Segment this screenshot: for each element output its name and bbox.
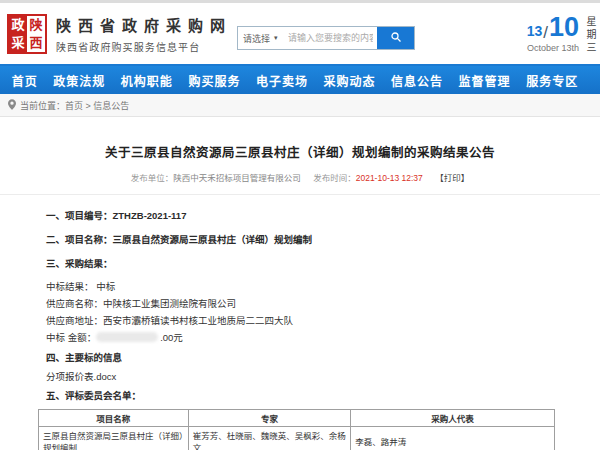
- nav-item-e-marketplace[interactable]: 电子卖场: [256, 72, 308, 89]
- nav-item-buy-services[interactable]: 购买服务: [188, 72, 240, 89]
- bid-result-line: 中标结果： 中标: [46, 281, 562, 293]
- bid-amount-line: 中标 金额：.00元: [46, 332, 562, 344]
- nav-item-announcements[interactable]: 信息公告: [391, 72, 443, 89]
- section-project-number: 一、项目编号：ZTHZB-2021-117: [46, 210, 562, 222]
- table-row: 三原县自然资源局三原县村庄（详细）规划编制 崔芳芳、杜晓丽、魏晓英、吴枫彩、余杨…: [39, 427, 555, 450]
- location-pin-icon: [8, 96, 16, 114]
- date-subtext: October 13th: [527, 43, 579, 53]
- col-header-purchaser-reps: 采购人代表: [351, 410, 555, 427]
- search-box: 请选择 ▾: [237, 26, 415, 50]
- breadcrumb: 当前位置：首页 > 信息公告: [0, 94, 600, 117]
- search-icon: [390, 31, 402, 46]
- article-body: 一、项目编号：ZTHZB-2021-117 二、项目名称：三原县自然资源局三原县…: [0, 210, 600, 450]
- main-nav: 首页 政策法规 机构职能 购买服务 电子卖场 采购动态 信息公告 监督管理 服务…: [0, 64, 600, 94]
- col-header-experts: 专家: [188, 410, 351, 427]
- nav-item-functions[interactable]: 机构职能: [121, 72, 173, 89]
- logo-char-cai: 采: [9, 34, 27, 52]
- date-slash: /: [543, 24, 548, 41]
- publisher-value: 陕西中天禾招标项目管理有限公司: [173, 173, 301, 183]
- col-header-project-name: 项目名称: [39, 410, 189, 427]
- date-day: 13: [527, 24, 543, 38]
- site-header: 政 陕 采 西 陕西省政府采购网 陕西省政府购买服务信息平台 请选择 ▾ 13 …: [0, 3, 600, 64]
- brand-title: 陕西省政府采购网: [56, 14, 232, 35]
- logo-char-xi: 西: [27, 34, 45, 52]
- amount-suffix: .00元: [160, 332, 183, 343]
- nav-item-home[interactable]: 首页: [12, 72, 38, 89]
- date-numbers: 13 / 10: [527, 14, 579, 41]
- publish-time-value: 2021-10-13 12:37: [356, 173, 423, 183]
- logo-char-zheng: 政: [9, 16, 27, 34]
- search-select-label: 请选择: [243, 32, 270, 45]
- site-logo-seal[interactable]: 政 陕 采 西: [7, 14, 47, 54]
- cell-project-name: 三原县自然资源局三原县村庄（详细）规划编制: [39, 427, 189, 450]
- attachment-link[interactable]: 分项报价表.docx: [46, 371, 562, 383]
- amount-redacted-blur: [96, 332, 158, 342]
- supplier-address-line: 供应商地址：西安市灞桥镇读书村核工业地质局二二四大队: [46, 315, 562, 327]
- article: 关于三原县自然资源局三原县村庄（详细）规划编制的采购结果公告 发布单位：陕西中天…: [0, 142, 600, 450]
- search-category-select[interactable]: 请选择 ▾: [238, 27, 284, 49]
- date-left: 13 / 10 October 13th: [527, 14, 579, 55]
- supplier-name-line: 供应商名称：中陕核工业集团测绘院有限公司: [46, 298, 562, 310]
- brand-subtitle: 陕西省政府购买服务信息平台: [56, 39, 232, 54]
- nav-item-supervision[interactable]: 监督管理: [459, 72, 511, 89]
- date-month: 10: [549, 14, 579, 41]
- section-project-name: 二、项目名称：三原县自然资源局三原县村庄（详细）规划编制: [46, 234, 562, 246]
- meta-divider: [0, 194, 600, 195]
- article-title: 关于三原县自然资源局三原县村庄（详细）规划编制的采购结果公告: [0, 142, 600, 161]
- breadcrumb-text[interactable]: 当前位置：首页 > 信息公告: [20, 99, 129, 112]
- section-subject-info: 四、主要标的信息: [46, 352, 562, 364]
- cell-purchaser-reps: 李磊、路井涛: [351, 427, 555, 450]
- brand-block: 陕西省政府采购网 陕西省政府购买服务信息平台: [56, 14, 232, 54]
- print-button[interactable]: 【打印】: [435, 173, 469, 183]
- date-month-name: October: [527, 43, 559, 53]
- date-weekday: 星期三: [585, 14, 595, 55]
- date-ordinal: 13th: [561, 43, 579, 53]
- date-widget: 13 / 10 October 13th 星期三: [527, 14, 595, 55]
- nav-item-procurement-news[interactable]: 采购动态: [324, 72, 376, 89]
- committee-table: 项目名称 专家 采购人代表 三原县自然资源局三原县村庄（详细）规划编制 崔芳芳、…: [38, 409, 555, 450]
- publish-time-label: 发布时间：: [313, 173, 356, 183]
- search-input[interactable]: [284, 27, 377, 49]
- cell-experts: 崔芳芳、杜晓丽、魏晓英、吴枫彩、余杨文: [188, 427, 351, 450]
- nav-item-policies[interactable]: 政策法规: [53, 72, 105, 89]
- amount-label: 中标 金额：: [46, 332, 96, 343]
- logo-char-shan: 陕: [27, 16, 45, 34]
- section-result-heading: 三、采购结果：: [46, 258, 562, 270]
- article-meta: 发布单位：陕西中天禾招标项目管理有限公司 发布时间：2021-10-13 12:…: [0, 171, 600, 183]
- search-button[interactable]: [377, 27, 414, 49]
- table-header-row: 项目名称 专家 采购人代表: [39, 410, 555, 427]
- nav-item-service-zone[interactable]: 服务专区: [526, 72, 578, 89]
- chevron-down-icon: ▾: [274, 34, 278, 42]
- publisher-label: 发布单位：: [131, 173, 174, 183]
- section-committee: 五、评标委员会名单：: [46, 390, 562, 402]
